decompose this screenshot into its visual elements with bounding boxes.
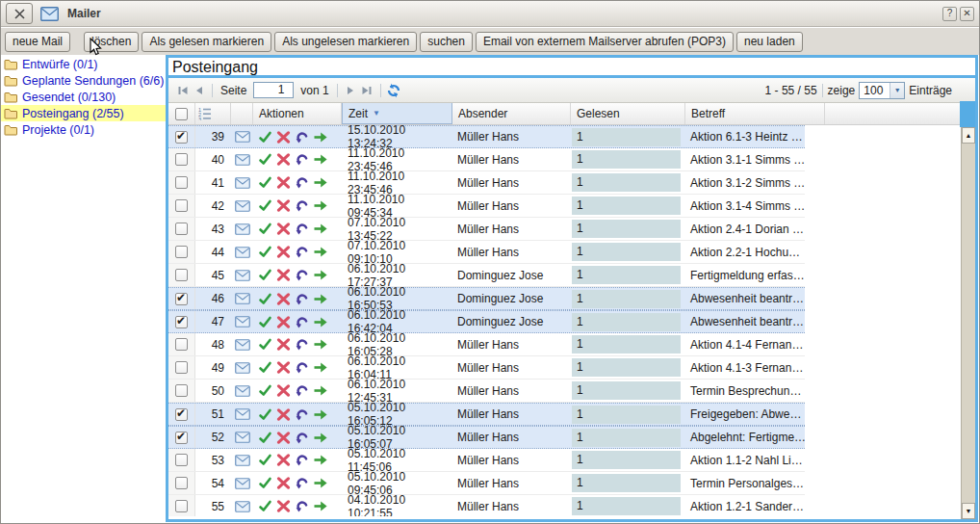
mail-envelope-icon[interactable] <box>231 264 253 286</box>
accept-check-icon[interactable] <box>258 316 272 328</box>
next-page-icon[interactable] <box>343 82 359 98</box>
forward-arrow-icon[interactable] <box>313 269 328 281</box>
reply-arrow-icon[interactable] <box>295 361 309 374</box>
delete-x-icon[interactable] <box>276 293 291 305</box>
delete-x-icon[interactable] <box>276 269 291 281</box>
accept-check-icon[interactable] <box>258 176 272 189</box>
mail-envelope-icon[interactable] <box>231 449 253 471</box>
row-checkbox[interactable]: ✔ <box>175 246 188 258</box>
row-checkbox[interactable]: ✔ <box>175 293 188 305</box>
vertical-scrollbar[interactable]: ▲ ▼ <box>961 127 975 519</box>
first-page-icon[interactable] <box>174 82 191 98</box>
sidebar-item-geplante-sendungen[interactable]: Geplante Sendungen (6/6) <box>1 72 166 89</box>
row-checkbox[interactable]: ✔ <box>175 153 188 166</box>
accept-check-icon[interactable] <box>258 477 272 489</box>
reply-arrow-icon[interactable] <box>295 176 309 189</box>
mail-envelope-icon[interactable] <box>231 241 253 263</box>
reply-arrow-icon[interactable] <box>295 384 309 397</box>
reply-arrow-icon[interactable] <box>295 293 309 305</box>
accept-check-icon[interactable] <box>258 153 272 166</box>
accept-check-icon[interactable] <box>258 384 272 397</box>
delete-button[interactable]: löschen <box>84 32 139 52</box>
mail-icon-header[interactable] <box>231 103 253 124</box>
reply-arrow-icon[interactable] <box>295 131 309 144</box>
accept-check-icon[interactable] <box>258 338 272 351</box>
forward-arrow-icon[interactable] <box>313 246 328 258</box>
row-checkbox[interactable]: ✔ <box>175 500 188 512</box>
reply-arrow-icon[interactable] <box>295 153 309 166</box>
delete-x-icon[interactable] <box>276 361 291 374</box>
delete-x-icon[interactable] <box>276 384 291 397</box>
mail-envelope-icon[interactable] <box>231 427 253 448</box>
mail-envelope-icon[interactable] <box>231 171 253 194</box>
close-button[interactable]: ✕ <box>960 7 974 21</box>
forward-arrow-icon[interactable] <box>313 384 328 397</box>
forward-arrow-icon[interactable] <box>313 432 328 444</box>
mail-envelope-icon[interactable] <box>231 148 253 170</box>
reply-arrow-icon[interactable] <box>295 316 309 328</box>
accept-check-icon[interactable] <box>258 454 272 466</box>
forward-arrow-icon[interactable] <box>313 454 328 466</box>
row-checkbox[interactable]: ✔ <box>175 338 188 351</box>
reply-arrow-icon[interactable] <box>295 223 309 235</box>
table-row[interactable]: ✔ 53 05.10.2010 11:45:06 Müller Hans 1 A… <box>168 449 805 472</box>
mail-envelope-icon[interactable] <box>231 356 253 379</box>
delete-x-icon[interactable] <box>276 246 291 258</box>
mail-envelope-icon[interactable] <box>231 126 253 147</box>
forward-arrow-icon[interactable] <box>313 361 328 374</box>
reply-arrow-icon[interactable] <box>295 246 309 258</box>
column-header-betreff[interactable]: Betreff <box>685 103 825 124</box>
row-number-header[interactable]: 123 <box>195 103 231 124</box>
column-header-aktionen[interactable]: Aktionen <box>253 103 342 124</box>
last-page-icon[interactable] <box>359 82 375 98</box>
table-row[interactable]: ✔ 48 06.10.2010 16:05:28 Müller Hans 1 A… <box>168 333 805 356</box>
table-row[interactable]: ✔ 43 07.10.2010 13:45:22 Müller Hans 1 A… <box>168 218 805 241</box>
mail-envelope-icon[interactable] <box>231 195 253 217</box>
row-checkbox[interactable]: ✔ <box>175 223 188 235</box>
table-row[interactable]: ✔ 47 06.10.2010 16:42:04 Dominguez Jose … <box>168 310 805 333</box>
delete-x-icon[interactable] <box>276 477 291 489</box>
forward-arrow-icon[interactable] <box>313 316 328 328</box>
row-checkbox[interactable]: ✔ <box>175 131 188 144</box>
forward-arrow-icon[interactable] <box>313 199 328 212</box>
forward-arrow-icon[interactable] <box>313 131 328 144</box>
table-row[interactable]: ✔ 46 06.10.2010 16:50:53 Dominguez Jose … <box>168 287 805 310</box>
row-checkbox[interactable]: ✔ <box>175 454 188 466</box>
table-row[interactable]: ✔ 50 06.10.2010 12:45:31 Müller Hans 1 T… <box>168 380 805 403</box>
delete-x-icon[interactable] <box>276 500 291 512</box>
mail-envelope-icon[interactable] <box>231 404 253 425</box>
reply-arrow-icon[interactable] <box>295 269 309 281</box>
mail-envelope-icon[interactable] <box>231 380 253 402</box>
forward-arrow-icon[interactable] <box>313 223 328 235</box>
table-row[interactable]: ✔ 45 06.10.2010 17:27:37 Dominguez Jose … <box>168 264 805 287</box>
fetch-pop3-button[interactable]: Email von externem Mailserver abrufen (P… <box>476 32 734 52</box>
reply-arrow-icon[interactable] <box>295 477 309 489</box>
prev-page-icon[interactable] <box>191 82 207 98</box>
forward-arrow-icon[interactable] <box>313 338 328 351</box>
table-row[interactable]: ✔ 49 06.10.2010 16:04:11 Müller Hans 1 A… <box>168 356 805 380</box>
accept-check-icon[interactable] <box>258 432 272 444</box>
table-row[interactable]: ✔ 41 11.10.2010 23:45:46 Müller Hans 1 A… <box>168 171 805 195</box>
accept-check-icon[interactable] <box>258 199 272 212</box>
delete-x-icon[interactable] <box>276 338 291 351</box>
sidebar-item-gesendet[interactable]: Gesendet (0/130) <box>1 89 166 105</box>
row-checkbox[interactable]: ✔ <box>175 408 188 421</box>
accept-check-icon[interactable] <box>258 246 272 258</box>
table-row[interactable]: ✔ 54 05.10.2010 09:45:06 Müller Hans 1 T… <box>168 472 805 495</box>
delete-x-icon[interactable] <box>276 131 291 144</box>
row-checkbox[interactable]: ✔ <box>175 199 188 212</box>
column-header-gelesen[interactable]: Gelesen <box>571 103 685 124</box>
search-button[interactable]: suchen <box>420 32 473 52</box>
delete-x-icon[interactable] <box>276 454 291 466</box>
accept-check-icon[interactable] <box>258 223 272 235</box>
mark-unread-button[interactable]: Als ungelesen markieren <box>274 32 417 52</box>
mail-envelope-icon[interactable] <box>231 311 253 332</box>
reply-arrow-icon[interactable] <box>295 199 309 212</box>
accept-check-icon[interactable] <box>258 269 272 281</box>
table-row[interactable]: ✔ 52 05.10.2010 16:05:07 Müller Hans 1 A… <box>168 426 805 449</box>
mail-envelope-icon[interactable] <box>231 218 253 240</box>
accept-check-icon[interactable] <box>258 408 272 421</box>
page-size-select[interactable]: 100 ▼ <box>859 82 905 99</box>
sidebar-item-projekte[interactable]: Projekte (0/1) <box>1 121 166 138</box>
row-checkbox[interactable]: ✔ <box>175 477 188 489</box>
